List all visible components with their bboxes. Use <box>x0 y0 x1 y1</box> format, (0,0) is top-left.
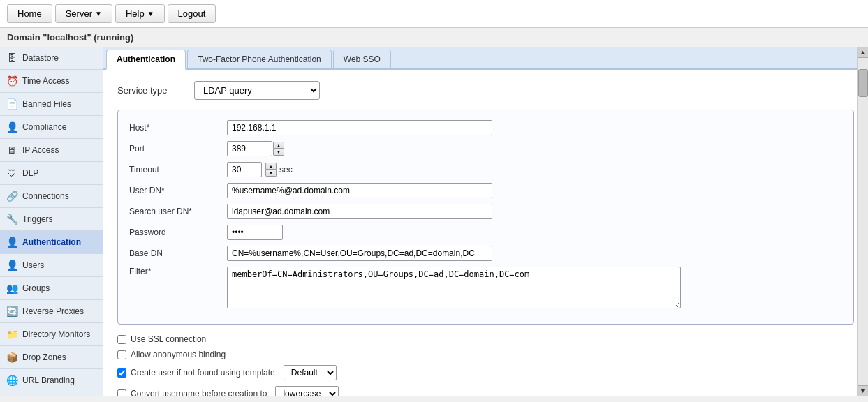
checkbox-section: Use SSL connection Allow anonymous bindi… <box>117 334 854 396</box>
host-label: Host* <box>129 123 227 133</box>
convert-username-row: Convert username before creation to lowe… <box>117 386 854 396</box>
port-input[interactable] <box>227 141 272 156</box>
user-dn-input[interactable] <box>227 183 492 198</box>
connections-icon: 🔗 <box>6 190 18 202</box>
sidebar-item-time-access[interactable]: ⏰ Time Access <box>0 70 103 93</box>
sidebar-label-groups: Groups <box>22 283 50 293</box>
sidebar-item-directory-monitors[interactable]: 📁 Directory Monitors <box>0 323 103 346</box>
timeout-group: ▲ ▼ sec <box>227 162 293 177</box>
base-dn-input[interactable] <box>227 246 492 261</box>
service-type-row: Service type LDAP query RADIUS Local Non… <box>117 81 854 100</box>
domain-header: Domain "localhost" (running) <box>0 28 868 47</box>
sidebar-item-url-branding[interactable]: 🌐 URL Branding <box>0 369 103 392</box>
time-access-icon: ⏰ <box>6 75 18 87</box>
help-dropdown-arrow: ▼ <box>147 10 154 17</box>
server-button[interactable]: Server ▼ <box>55 4 112 23</box>
sidebar-item-drop-zones[interactable]: 📦 Drop Zones <box>0 346 103 369</box>
directory-monitors-icon: 📁 <box>6 328 18 341</box>
sidebar-item-dlp[interactable]: 🛡 DLP <box>0 162 103 185</box>
sidebar-item-users[interactable]: 👤 Users <box>0 254 103 277</box>
sidebar-label-dlp: DLP <box>22 168 38 178</box>
server-label: Server <box>66 8 92 19</box>
dlp-icon: 🛡 <box>6 167 18 179</box>
password-input[interactable] <box>227 225 283 240</box>
create-user-label: Create user if not found using template <box>131 368 275 378</box>
use-ssl-checkbox[interactable] <box>117 335 126 344</box>
sidebar-label-triggers: Triggers <box>22 214 53 224</box>
sidebar-item-ip-access[interactable]: 🖥 IP Access <box>0 139 103 162</box>
timeout-input[interactable] <box>227 162 262 177</box>
password-label: Password <box>129 228 227 237</box>
sidebar-item-connections[interactable]: 🔗 Connections <box>0 185 103 208</box>
timeout-spinner: ▲ ▼ <box>265 163 277 177</box>
timeout-up-button[interactable]: ▲ <box>265 163 277 170</box>
authentication-icon: 👤 <box>6 236 18 248</box>
sidebar-item-datastore[interactable]: 🗄 Datastore <box>0 47 103 70</box>
sidebar-item-authentication[interactable]: 👤 Authentication <box>0 231 103 254</box>
sidebar-label-url-branding: URL Branding <box>22 375 75 385</box>
timeout-row: Timeout ▲ ▼ sec <box>129 162 842 177</box>
service-type-label: Service type <box>117 85 187 96</box>
filter-label: Filter* <box>129 267 227 276</box>
search-user-dn-row: Search user DN* <box>129 204 842 219</box>
scroll-up-arrow[interactable]: ▲ <box>858 47 869 58</box>
scroll-down-arrow[interactable]: ▼ <box>858 385 869 396</box>
port-label: Port <box>129 144 227 154</box>
sidebar-item-groups[interactable]: 👥 Groups <box>0 277 103 300</box>
sidebar-item-reverse-proxies[interactable]: 🔄 Reverse Proxies <box>0 300 103 323</box>
main-layout: 🗄 Datastore ⏰ Time Access 📄 Banned Files… <box>0 47 868 396</box>
convert-username-checkbox[interactable] <box>117 389 126 397</box>
create-user-checkbox[interactable] <box>117 368 126 378</box>
help-button[interactable]: Help ▼ <box>115 4 165 23</box>
filter-textarea[interactable] <box>227 267 681 308</box>
service-type-select[interactable]: LDAP query RADIUS Local None <box>194 81 320 100</box>
user-dn-row: User DN* <box>129 183 842 198</box>
timeout-down-button[interactable]: ▼ <box>265 170 277 177</box>
sidebar-item-banned-files[interactable]: 📄 Banned Files <box>0 93 103 116</box>
logout-button[interactable]: Logout <box>168 4 216 23</box>
tab-two-factor[interactable]: Two-Factor Phone Authentication <box>187 50 332 68</box>
datastore-icon: 🗄 <box>6 52 18 64</box>
create-user-template-select[interactable]: Default Custom <box>284 365 337 380</box>
allow-anon-checkbox[interactable] <box>117 350 126 359</box>
base-dn-label: Base DN <box>129 248 227 258</box>
sidebar-label-time-access: Time Access <box>22 76 70 86</box>
url-branding-icon: 🌐 <box>6 374 18 387</box>
home-button[interactable]: Home <box>7 4 52 23</box>
drop-zones-icon: 📦 <box>6 351 18 364</box>
sidebar-item-compliance[interactable]: 👤 Compliance <box>0 116 103 139</box>
host-input[interactable] <box>227 120 492 135</box>
sidebar-label-connections: Connections <box>22 191 69 201</box>
top-navigation: Home Server ▼ Help ▼ Logout <box>0 0 868 28</box>
scrollbar-thumb[interactable] <box>858 69 868 97</box>
search-user-dn-input[interactable] <box>227 204 492 219</box>
tab-authentication-label: Authentication <box>117 54 175 64</box>
port-group: ▲ ▼ <box>227 141 284 156</box>
form-box: Host* Port ▲ ▼ Timeout <box>117 110 854 325</box>
sidebar-label-directory-monitors: Directory Monitors <box>22 329 90 339</box>
port-down-button[interactable]: ▼ <box>273 149 284 156</box>
use-ssl-label: Use SSL connection <box>131 334 206 344</box>
tab-web-sso-label: Web SSO <box>344 54 381 64</box>
use-ssl-row: Use SSL connection <box>117 334 854 344</box>
groups-icon: 👥 <box>6 282 18 295</box>
scrollbar[interactable]: ▲ ▼ <box>857 47 868 396</box>
create-user-row: Create user if not found using template … <box>117 365 854 380</box>
port-up-button[interactable]: ▲ <box>273 142 284 149</box>
logout-label: Logout <box>178 8 206 19</box>
convert-username-select[interactable]: lowercase uppercase none <box>275 386 339 396</box>
filter-row: Filter* <box>129 267 842 308</box>
banned-files-icon: 📄 <box>6 98 18 110</box>
port-row: Port ▲ ▼ <box>129 141 842 156</box>
sidebar-label-authentication: Authentication <box>22 237 81 247</box>
timeout-unit-label: sec <box>279 165 293 174</box>
sidebar-label-compliance: Compliance <box>22 122 66 132</box>
triggers-icon: 🔧 <box>6 213 18 225</box>
tab-authentication[interactable]: Authentication <box>106 50 186 70</box>
ip-access-icon: 🖥 <box>6 144 18 156</box>
host-row: Host* <box>129 120 842 135</box>
users-icon: 👤 <box>6 259 18 271</box>
reverse-proxies-icon: 🔄 <box>6 305 18 318</box>
sidebar-item-triggers[interactable]: 🔧 Triggers <box>0 208 103 231</box>
tab-web-sso[interactable]: Web SSO <box>333 50 391 68</box>
